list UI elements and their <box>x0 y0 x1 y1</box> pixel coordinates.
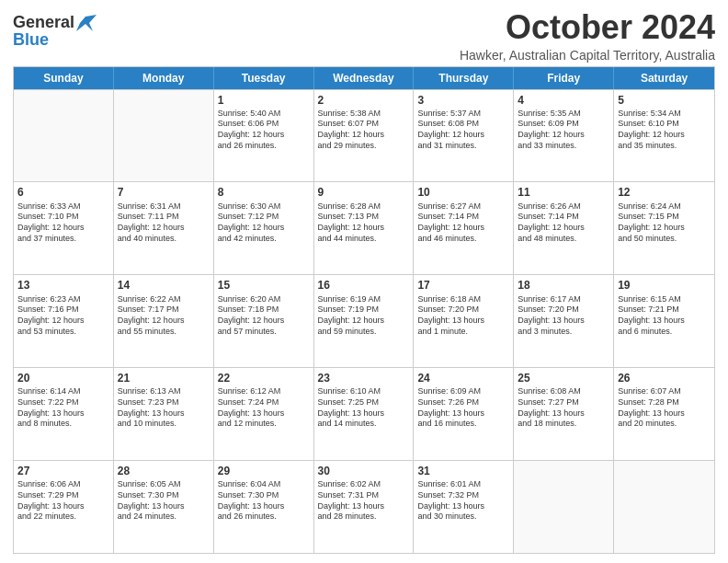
day-number: 26 <box>618 371 711 385</box>
calendar-cell: 4Sunrise: 5:35 AM Sunset: 6:09 PM Daylig… <box>514 90 614 182</box>
calendar-cell: 31Sunrise: 6:01 AM Sunset: 7:32 PM Dayli… <box>414 461 514 553</box>
day-info: Sunrise: 6:17 AM Sunset: 7:20 PM Dayligh… <box>518 294 609 338</box>
day-number: 15 <box>218 278 310 293</box>
calendar-cell: 5Sunrise: 5:34 AM Sunset: 6:10 PM Daylig… <box>614 90 714 182</box>
svg-marker-0 <box>76 15 97 31</box>
day-info: Sunrise: 6:28 AM Sunset: 7:13 PM Dayligh… <box>318 201 410 245</box>
calendar-cell <box>614 461 714 553</box>
calendar-week-2: 13Sunrise: 6:23 AM Sunset: 7:16 PM Dayli… <box>14 274 714 367</box>
calendar-cell: 11Sunrise: 6:26 AM Sunset: 7:14 PM Dayli… <box>514 182 614 274</box>
title-section: October 2024 Hawker, Australian Capital … <box>460 9 715 63</box>
calendar-week-1: 6Sunrise: 6:33 AM Sunset: 7:10 PM Daylig… <box>14 181 714 274</box>
calendar-cell: 2Sunrise: 5:38 AM Sunset: 6:07 PM Daylig… <box>314 90 415 182</box>
day-number: 28 <box>118 464 210 478</box>
day-info: Sunrise: 6:07 AM Sunset: 7:28 PM Dayligh… <box>618 386 711 430</box>
day-number: 12 <box>618 185 711 200</box>
header: General Blue October 2024 Hawker, Austra… <box>13 9 715 63</box>
day-info: Sunrise: 5:35 AM Sunset: 6:09 PM Dayligh… <box>518 109 609 152</box>
day-info: Sunrise: 6:13 AM Sunset: 7:23 PM Dayligh… <box>118 386 210 430</box>
day-number: 22 <box>218 371 310 385</box>
calendar-cell: 15Sunrise: 6:20 AM Sunset: 7:18 PM Dayli… <box>214 275 314 367</box>
day-info: Sunrise: 6:22 AM Sunset: 7:17 PM Dayligh… <box>118 294 210 338</box>
calendar-cell: 26Sunrise: 6:07 AM Sunset: 7:28 PM Dayli… <box>614 368 714 460</box>
day-info: Sunrise: 6:12 AM Sunset: 7:24 PM Dayligh… <box>218 386 310 430</box>
day-number: 20 <box>17 371 109 385</box>
day-number: 27 <box>17 464 109 478</box>
day-number: 3 <box>417 93 509 108</box>
calendar-cell: 14Sunrise: 6:22 AM Sunset: 7:17 PM Dayli… <box>114 275 214 367</box>
day-info: Sunrise: 6:14 AM Sunset: 7:22 PM Dayligh… <box>17 386 109 430</box>
calendar-cell: 13Sunrise: 6:23 AM Sunset: 7:16 PM Dayli… <box>14 275 114 367</box>
calendar-cell: 18Sunrise: 6:17 AM Sunset: 7:20 PM Dayli… <box>514 275 614 367</box>
day-number: 30 <box>318 464 410 478</box>
calendar-cell <box>114 90 214 182</box>
logo-blue-text: Blue <box>13 30 49 50</box>
day-info: Sunrise: 6:09 AM Sunset: 7:26 PM Dayligh… <box>417 386 509 430</box>
day-number: 2 <box>318 93 410 108</box>
calendar-cell: 20Sunrise: 6:14 AM Sunset: 7:22 PM Dayli… <box>14 368 114 460</box>
day-info: Sunrise: 6:04 AM Sunset: 7:30 PM Dayligh… <box>218 479 310 523</box>
day-number: 25 <box>518 371 609 385</box>
day-info: Sunrise: 5:37 AM Sunset: 6:08 PM Dayligh… <box>417 109 509 152</box>
day-header-sunday: Sunday <box>14 67 114 89</box>
day-info: Sunrise: 6:33 AM Sunset: 7:10 PM Dayligh… <box>17 201 109 245</box>
day-number: 23 <box>318 371 410 385</box>
day-number: 18 <box>518 278 609 293</box>
day-number: 4 <box>518 93 609 108</box>
calendar-cell: 6Sunrise: 6:33 AM Sunset: 7:10 PM Daylig… <box>14 182 114 274</box>
day-number: 7 <box>118 185 210 200</box>
day-number: 16 <box>318 278 410 293</box>
day-info: Sunrise: 5:38 AM Sunset: 6:07 PM Dayligh… <box>318 109 410 152</box>
day-info: Sunrise: 6:15 AM Sunset: 7:21 PM Dayligh… <box>618 294 711 338</box>
calendar-cell: 10Sunrise: 6:27 AM Sunset: 7:14 PM Dayli… <box>414 182 514 274</box>
day-number: 10 <box>417 185 509 200</box>
calendar-cell: 7Sunrise: 6:31 AM Sunset: 7:11 PM Daylig… <box>114 182 214 274</box>
day-info: Sunrise: 6:26 AM Sunset: 7:14 PM Dayligh… <box>518 201 609 245</box>
day-number: 13 <box>17 278 109 293</box>
calendar-cell: 27Sunrise: 6:06 AM Sunset: 7:29 PM Dayli… <box>14 461 114 553</box>
day-info: Sunrise: 6:06 AM Sunset: 7:29 PM Dayligh… <box>17 479 109 523</box>
day-info: Sunrise: 6:30 AM Sunset: 7:12 PM Dayligh… <box>218 201 310 245</box>
day-number: 9 <box>318 185 410 200</box>
calendar-cell: 12Sunrise: 6:24 AM Sunset: 7:15 PM Dayli… <box>614 182 714 274</box>
day-info: Sunrise: 5:34 AM Sunset: 6:10 PM Dayligh… <box>618 109 711 152</box>
day-info: Sunrise: 6:18 AM Sunset: 7:20 PM Dayligh… <box>417 294 509 338</box>
calendar-cell: 19Sunrise: 6:15 AM Sunset: 7:21 PM Dayli… <box>614 275 714 367</box>
day-number: 8 <box>218 185 310 200</box>
day-header-friday: Friday <box>514 67 614 89</box>
day-number: 19 <box>618 278 711 293</box>
logo-bird-icon <box>76 15 97 31</box>
day-number: 1 <box>218 93 310 108</box>
calendar-cell: 21Sunrise: 6:13 AM Sunset: 7:23 PM Dayli… <box>114 368 214 460</box>
calendar-header-row: SundayMondayTuesdayWednesdayThursdayFrid… <box>14 67 714 89</box>
location-subtitle: Hawker, Australian Capital Territory, Au… <box>460 48 715 63</box>
calendar-cell: 25Sunrise: 6:08 AM Sunset: 7:27 PM Dayli… <box>514 368 614 460</box>
calendar-cell: 29Sunrise: 6:04 AM Sunset: 7:30 PM Dayli… <box>214 461 314 553</box>
calendar-cell: 22Sunrise: 6:12 AM Sunset: 7:24 PM Dayli… <box>214 368 314 460</box>
calendar-page: General Blue October 2024 Hawker, Austra… <box>0 0 728 563</box>
day-info: Sunrise: 6:24 AM Sunset: 7:15 PM Dayligh… <box>618 201 711 245</box>
day-info: Sunrise: 6:08 AM Sunset: 7:27 PM Dayligh… <box>518 386 609 430</box>
day-info: Sunrise: 6:10 AM Sunset: 7:25 PM Dayligh… <box>318 386 410 430</box>
day-header-tuesday: Tuesday <box>214 67 314 89</box>
calendar-week-0: 1Sunrise: 5:40 AM Sunset: 6:06 PM Daylig… <box>14 89 714 182</box>
day-info: Sunrise: 6:20 AM Sunset: 7:18 PM Dayligh… <box>218 294 310 338</box>
calendar-week-3: 20Sunrise: 6:14 AM Sunset: 7:22 PM Dayli… <box>14 367 714 460</box>
day-info: Sunrise: 6:01 AM Sunset: 7:32 PM Dayligh… <box>417 479 509 523</box>
logo: General Blue <box>13 13 97 50</box>
calendar-cell: 9Sunrise: 6:28 AM Sunset: 7:13 PM Daylig… <box>314 182 415 274</box>
logo-general-text: General <box>13 13 74 32</box>
day-number: 14 <box>118 278 210 293</box>
calendar: SundayMondayTuesdayWednesdayThursdayFrid… <box>13 66 715 554</box>
month-title: October 2024 <box>460 9 715 46</box>
day-number: 11 <box>518 185 609 200</box>
day-header-wednesday: Wednesday <box>314 67 415 89</box>
calendar-body: 1Sunrise: 5:40 AM Sunset: 6:06 PM Daylig… <box>14 89 714 553</box>
day-number: 21 <box>118 371 210 385</box>
day-info: Sunrise: 6:27 AM Sunset: 7:14 PM Dayligh… <box>417 201 509 245</box>
day-number: 31 <box>417 464 509 478</box>
calendar-cell: 30Sunrise: 6:02 AM Sunset: 7:31 PM Dayli… <box>314 461 415 553</box>
day-number: 17 <box>417 278 509 293</box>
calendar-cell: 3Sunrise: 5:37 AM Sunset: 6:08 PM Daylig… <box>414 90 514 182</box>
day-number: 29 <box>218 464 310 478</box>
